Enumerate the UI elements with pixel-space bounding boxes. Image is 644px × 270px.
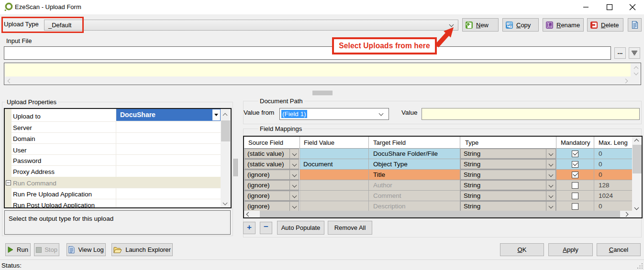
svg-text:2: 2: [510, 25, 511, 28]
svg-text:1: 1: [507, 22, 509, 25]
